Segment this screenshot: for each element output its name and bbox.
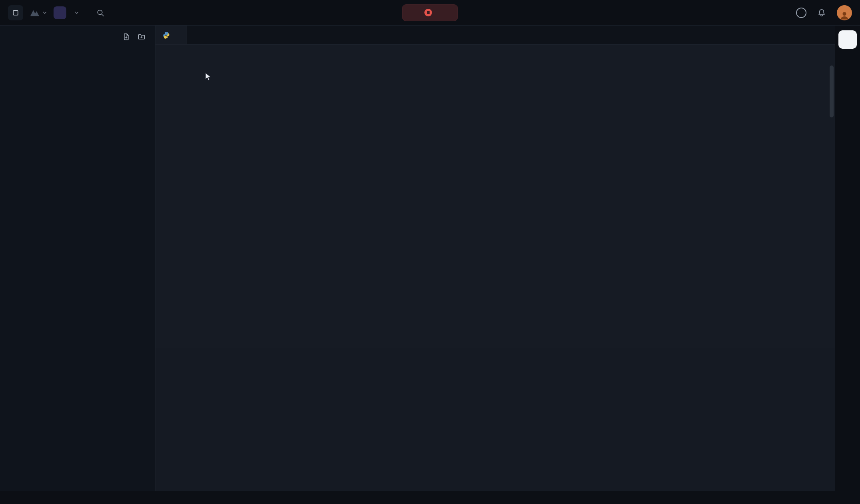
code-editor[interactable] — [155, 62, 835, 348]
breadcrumb — [155, 45, 835, 62]
stop-icon — [424, 9, 432, 16]
chevron-down-icon — [74, 10, 79, 15]
notifications-bell-icon[interactable] — [817, 8, 826, 18]
ai-assistant-button[interactable] — [838, 30, 857, 49]
workspace-switcher[interactable] — [54, 6, 79, 19]
file-explorer — [0, 26, 155, 491]
app-menu-button[interactable] — [8, 5, 23, 20]
logo-mountain-icon — [30, 8, 40, 18]
search-icon[interactable] — [96, 8, 105, 17]
bottom-panel — [155, 348, 835, 491]
activity-rail — [835, 26, 860, 491]
terminal-output[interactable] — [155, 367, 835, 491]
new-folder-icon[interactable] — [137, 33, 145, 41]
file-tree — [0, 48, 155, 491]
app-menu-icon — [12, 9, 20, 17]
editor-tab-docqa[interactable] — [155, 26, 187, 44]
editor-scrollbar-thumb[interactable] — [830, 65, 834, 117]
help-button[interactable] — [796, 8, 806, 18]
person-icon — [839, 10, 850, 20]
ide-window — [0, 0, 860, 504]
new-file-icon[interactable] — [122, 33, 130, 41]
editor-area — [155, 26, 835, 491]
product-logo[interactable] — [30, 8, 47, 18]
status-bar — [0, 491, 860, 504]
chevron-down-icon — [42, 10, 47, 15]
topbar — [0, 0, 860, 26]
user-avatar[interactable] — [837, 5, 852, 20]
editor-tabbar — [155, 26, 835, 45]
stop-button[interactable] — [402, 4, 458, 21]
mouse-cursor — [203, 72, 213, 85]
code-badge-icon — [54, 6, 66, 19]
python-file-icon — [163, 32, 170, 39]
